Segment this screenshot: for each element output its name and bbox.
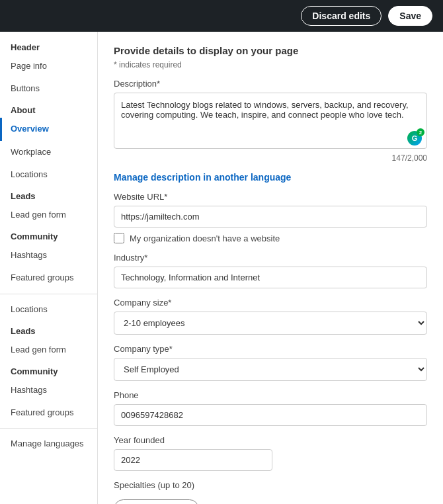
specialties-label: Specialties (up to 20) (114, 480, 427, 490)
add-specialty-button[interactable]: Add a specialty + (114, 499, 199, 504)
sidebar-item-community[interactable]: Community (0, 226, 97, 244)
year-founded-input[interactable] (114, 449, 272, 471)
sidebar-divider-2 (0, 428, 97, 429)
no-website-label[interactable]: My organization doesn't have a website (130, 233, 280, 243)
description-wrapper: Latest Technology blogs related to windo… (114, 93, 427, 151)
sidebar-item-leads[interactable]: Leads (0, 186, 97, 204)
sidebar-item-page-info[interactable]: Page info (0, 55, 97, 77)
discard-button[interactable]: Discard edits (301, 6, 382, 26)
company-type-select[interactable]: Self Employed Privately Held Public Comp… (114, 358, 427, 381)
sidebar-item-lead-gen-form[interactable]: Lead gen form (0, 204, 97, 226)
website-label: Website URL* (114, 192, 427, 202)
sidebar-item-featured-groups2[interactable]: Featured groups (0, 401, 97, 424)
sidebar-item-locations2[interactable]: Locations (0, 298, 97, 321)
sidebar-item-lead-gen-form2[interactable]: Lead gen form (0, 339, 97, 361)
industry-label: Industry* (114, 253, 427, 263)
main-content: Provide details to display on your page … (98, 32, 443, 504)
required-note: * indicates required (114, 60, 427, 69)
no-website-checkbox[interactable] (114, 233, 124, 243)
sidebar-item-featured-groups[interactable]: Featured groups (0, 267, 97, 289)
sidebar: Header Page info Buttons About Overview … (0, 32, 98, 504)
manage-description-link[interactable]: Manage description in another language (114, 172, 427, 183)
company-size-label: Company size* (114, 298, 427, 308)
page-title: Provide details to display on your page (114, 45, 427, 56)
sidebar-item-header[interactable]: Header (0, 37, 97, 55)
sidebar-item-leads2[interactable]: Leads (0, 321, 97, 339)
year-founded-label: Year founded (114, 435, 427, 445)
sidebar-item-manage-languages[interactable]: Manage languages (0, 433, 97, 455)
char-count: 147/2,000 (114, 153, 427, 163)
sidebar-divider-1 (0, 294, 97, 294)
save-button[interactable]: Save (388, 6, 432, 26)
phone-input[interactable] (114, 404, 427, 426)
top-bar: Discard edits Save (0, 0, 443, 32)
grammarly-icon: G 2 (407, 131, 422, 146)
industry-input[interactable] (114, 267, 427, 288)
sidebar-item-overview[interactable]: Overview (0, 118, 97, 140)
description-label: Description* (114, 79, 427, 89)
sidebar-item-locations[interactable]: Locations (0, 163, 97, 186)
grammarly-badge: 2 (417, 128, 424, 136)
sidebar-item-about[interactable]: About (0, 100, 97, 118)
description-textarea[interactable]: Latest Technology blogs related to windo… (114, 93, 427, 149)
sidebar-item-hashtags2[interactable]: Hashtags (0, 379, 97, 401)
sidebar-item-community2[interactable]: Community (0, 361, 97, 379)
no-website-row: My organization doesn't have a website (114, 233, 427, 243)
website-input[interactable] (114, 206, 427, 228)
sidebar-item-buttons[interactable]: Buttons (0, 77, 97, 100)
layout: Header Page info Buttons About Overview … (0, 32, 443, 504)
phone-label: Phone (114, 390, 427, 400)
company-size-select[interactable]: 1 employee 2-10 employees 11-50 employee… (114, 312, 427, 335)
sidebar-item-workplace[interactable]: Workplace (0, 141, 97, 163)
sidebar-item-hashtags[interactable]: Hashtags (0, 244, 97, 267)
company-type-label: Company type* (114, 344, 427, 354)
